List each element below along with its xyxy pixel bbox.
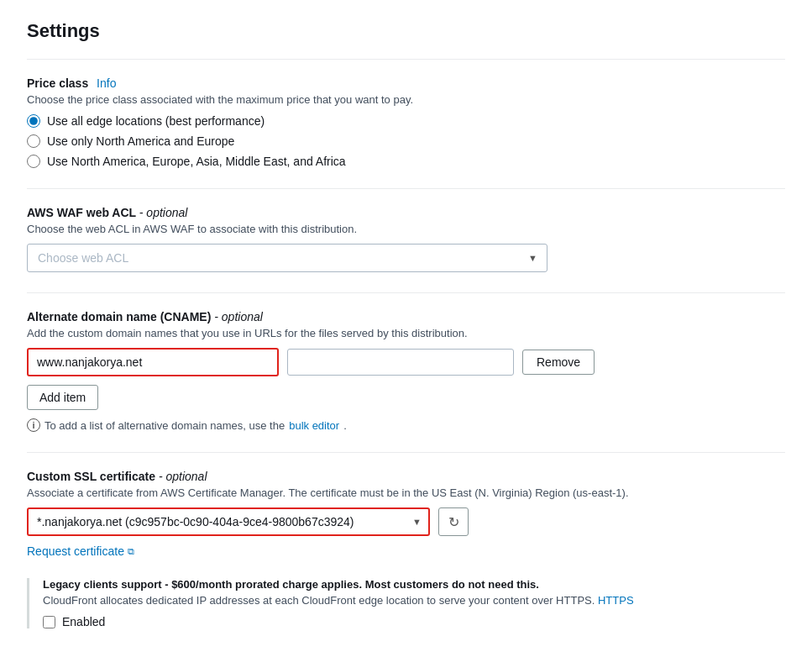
waf-title: AWS WAF web ACL - optional: [27, 206, 785, 219]
price-class-radio-all[interactable]: [27, 114, 40, 128]
ssl-section: Custom SSL certificate - optional Associ…: [27, 470, 785, 558]
price-class-title: Price class Info: [27, 76, 785, 90]
remove-button[interactable]: Remove: [522, 350, 595, 375]
ssl-row: *.nanjakorya.net (c9c957bc-0c90-404a-9ce…: [27, 507, 785, 536]
cname-section: Alternate domain name (CNAME) - optional…: [27, 310, 785, 432]
divider-4: [27, 452, 785, 453]
price-class-option-na-eu[interactable]: Use only North America and Europe: [27, 134, 785, 148]
price-class-info-link[interactable]: Info: [97, 76, 116, 90]
ssl-select[interactable]: *.nanjakorya.net (c9c957bc-0c90-404a-9ce…: [27, 507, 430, 536]
page-title: Settings: [27, 20, 785, 42]
price-class-radio-na-eu-asia[interactable]: [27, 155, 40, 168]
divider-2: [27, 188, 785, 189]
bulk-note: i To add a list of alternative domain na…: [27, 418, 785, 432]
cname-input-empty[interactable]: [287, 349, 514, 376]
price-class-option-na-eu-asia[interactable]: Use North America, Europe, Asia, Middle …: [27, 155, 785, 168]
ssl-title: Custom SSL certificate - optional: [27, 470, 785, 483]
price-class-desc: Choose the price class associated with t…: [27, 93, 785, 106]
cname-row: Remove: [27, 348, 785, 376]
price-class-radio-na-eu[interactable]: [27, 134, 40, 148]
waf-section: AWS WAF web ACL - optional Choose the we…: [27, 206, 785, 272]
price-class-option-all[interactable]: Use all edge locations (best performance…: [27, 114, 785, 128]
cname-desc: Add the custom domain names that you use…: [27, 327, 785, 339]
refresh-button[interactable]: ↻: [438, 507, 469, 536]
enabled-checkbox[interactable]: [43, 616, 55, 628]
legacy-box: Legacy clients support - $600/month pror…: [27, 578, 785, 628]
ssl-select-wrapper: *.nanjakorya.net (c9c957bc-0c90-404a-9ce…: [27, 507, 430, 536]
legacy-desc: CloudFront allocates dedicated IP addres…: [43, 594, 785, 607]
refresh-icon: ↻: [448, 514, 459, 530]
waf-select[interactable]: Choose web ACL: [27, 244, 547, 272]
https-link[interactable]: HTTPS: [598, 594, 634, 607]
price-class-section: Price class Info Choose the price class …: [27, 76, 785, 168]
external-link-icon: ⧉: [128, 546, 134, 557]
info-circle-icon: i: [27, 418, 40, 432]
bulk-editor-link[interactable]: bulk editor: [289, 419, 339, 432]
waf-desc: Choose the web ACL in AWS WAF to associa…: [27, 223, 785, 235]
cname-input[interactable]: [27, 348, 279, 376]
enabled-label: Enabled: [62, 615, 105, 628]
cname-title: Alternate domain name (CNAME) - optional: [27, 310, 785, 323]
divider-3: [27, 292, 785, 293]
add-item-button[interactable]: Add item: [27, 385, 98, 410]
request-certificate-link[interactable]: Request certificate ⧉: [27, 544, 134, 558]
enabled-checkbox-label[interactable]: Enabled: [43, 615, 785, 628]
divider: [27, 59, 785, 60]
legacy-title: Legacy clients support - $600/month pror…: [43, 578, 785, 591]
price-class-options: Use all edge locations (best performance…: [27, 114, 785, 168]
settings-page: Settings Price class Info Choose the pri…: [0, 0, 812, 652]
ssl-desc: Associate a certificate from AWS Certifi…: [27, 486, 785, 499]
waf-select-wrapper: Choose web ACL: [27, 244, 547, 272]
